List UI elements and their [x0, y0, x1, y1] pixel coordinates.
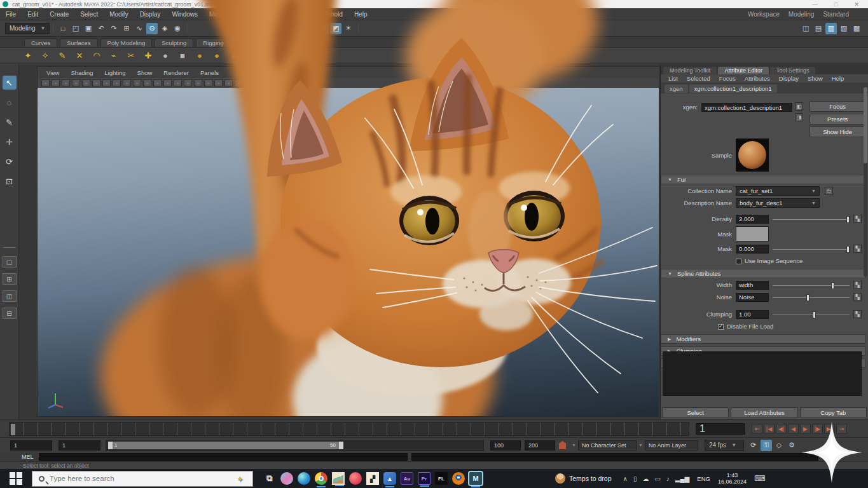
anim-layer-selector[interactable]: No Anim Layer: [645, 440, 698, 451]
animation-end-field[interactable]: 200: [525, 440, 555, 451]
ae-menu-show[interactable]: Show: [804, 75, 827, 82]
step-back-key-button[interactable]: ◀|: [776, 424, 787, 434]
four-pane-layout[interactable]: ⊞: [3, 273, 17, 285]
modeling-toolkit-toggle-icon[interactable]: ◫: [800, 23, 811, 34]
set-key-icon[interactable]: [559, 441, 566, 449]
paint-effects-icon[interactable]: ✎: [317, 23, 329, 34]
panel-menu-renderer[interactable]: Renderer: [158, 69, 194, 76]
workspace-modeling[interactable]: Modeling: [789, 11, 815, 18]
image-plane-icon[interactable]: ▫: [82, 79, 90, 86]
nurbs-sphere-icon[interactable]: ●: [159, 50, 172, 62]
ipr-render-icon[interactable]: ◑: [292, 23, 303, 34]
camera-attributes-icon[interactable]: ▫: [62, 79, 70, 86]
ae-footer-load-attributes-button[interactable]: Load Attributes: [731, 407, 797, 418]
pencil-curve-tool-icon[interactable]: ✎: [56, 50, 69, 62]
loop-toggle-icon[interactable]: ⟳: [748, 440, 759, 451]
perspective-viewport[interactable]: ViewShadingLightingShowRendererPanels ▫▫…: [37, 66, 659, 417]
map-button-icon[interactable]: ▚: [853, 245, 862, 253]
taskbar-app-maya[interactable]: M: [469, 472, 482, 485]
touch-keyboard-icon[interactable]: ⌨: [754, 474, 765, 483]
save-scene-icon[interactable]: ▣: [83, 23, 94, 34]
taskbar-app-edge[interactable]: [298, 472, 310, 485]
render-current-frame-icon[interactable]: ◔: [279, 23, 291, 34]
range-slider-track[interactable]: 1 50: [106, 440, 484, 451]
play-backwards-button[interactable]: ◀: [788, 424, 799, 434]
go-to-start-button[interactable]: ⇤: [752, 424, 762, 434]
menu-select[interactable]: Select: [74, 11, 104, 18]
ae-footer-copy-tab-button[interactable]: Copy Tab: [800, 407, 867, 418]
shelf-tab-sculpting[interactable]: Sculpting: [155, 38, 193, 47]
ae-menu-help[interactable]: Help: [828, 75, 848, 82]
range-end-handle[interactable]: [339, 442, 343, 449]
taskbar-app-game-bar[interactable]: ▞: [366, 472, 379, 485]
channel-box-toggle-icon[interactable]: ▤: [813, 23, 824, 34]
wireframe-icon[interactable]: ▫: [174, 79, 182, 86]
ae-show-hide-button[interactable]: Show Hide: [809, 126, 865, 137]
current-frame-marker[interactable]: [11, 424, 15, 435]
density-slider[interactable]: [773, 215, 850, 224]
search-box[interactable]: ✦: [32, 471, 253, 487]
screen-space-ao-icon[interactable]: ▫: [224, 79, 233, 86]
snap-to-grids-icon[interactable]: ⊞: [121, 23, 132, 34]
dock-tab-modeling-toolkit[interactable]: Modeling Toolkit: [663, 67, 717, 74]
gold-sphere-a-icon[interactable]: ●: [193, 50, 206, 62]
spline-section-header[interactable]: ▼ Spline Attributes: [661, 269, 865, 278]
menu-display[interactable]: Display: [134, 11, 167, 18]
make-live-icon[interactable]: ◉: [172, 23, 183, 34]
width-slider[interactable]: [773, 281, 850, 290]
character-set-selector[interactable]: No Character Set: [578, 440, 637, 451]
panel-menu-shading[interactable]: Shading: [65, 69, 98, 76]
collection-name-dropdown[interactable]: cat_fur_set1 ▼: [736, 186, 820, 196]
volume-icon[interactable]: ♪: [666, 475, 670, 482]
menu-edit[interactable]: Edit: [22, 11, 44, 18]
outliner-toggle-icon[interactable]: ▩: [851, 23, 862, 34]
command-input-field[interactable]: [39, 453, 408, 461]
workspace-workspace[interactable]: Workspace: [748, 11, 780, 18]
persp-graph-layout[interactable]: ⊟: [3, 308, 17, 319]
step-back-frame-button[interactable]: |◀: [764, 424, 775, 434]
taskbar-app-fl-studio[interactable]: FL: [435, 472, 448, 485]
menu-uv[interactable]: UV: [230, 11, 251, 18]
menu-mesh[interactable]: Mesh: [203, 11, 230, 18]
isolate-select-icon[interactable]: ◎: [519, 23, 530, 34]
description-name-dropdown[interactable]: body_fur_desc1 ▼: [736, 198, 820, 208]
map-button-icon[interactable]: ▚: [853, 310, 862, 318]
clamp-icon[interactable]: ◇: [773, 440, 785, 451]
material-sample-swatch[interactable]: [736, 139, 769, 172]
time-slider-ticks[interactable]: [9, 422, 689, 436]
highlight-selection-icon[interactable]: ▣: [493, 23, 505, 34]
notes-area[interactable]: [663, 351, 862, 396]
nurbs-cube-icon[interactable]: ■: [176, 50, 189, 62]
command-language-label[interactable]: MEL: [22, 454, 34, 460]
safe-action-icon[interactable]: ▫: [153, 79, 162, 86]
map-button-icon[interactable]: ▚: [853, 215, 862, 223]
go-to-end-button[interactable]: ⇥: [836, 424, 847, 434]
taskbar-app-audition[interactable]: Au: [401, 472, 413, 485]
panel-menu-panels[interactable]: Panels: [195, 69, 224, 76]
noise-slider[interactable]: [773, 293, 850, 302]
swatch-toggle-icon[interactable]: ◨: [795, 113, 803, 121]
script-editor-icon[interactable]: ▤: [822, 453, 831, 461]
workspace-standard[interactable]: Standard: [823, 11, 849, 18]
shelf-tab-curves[interactable]: Curves: [24, 38, 57, 47]
taskbar-app-photos[interactable]: [332, 472, 345, 485]
taskbar-app-paint-3d[interactable]: ▲: [383, 472, 396, 485]
shaded-icon[interactable]: ▫: [184, 79, 192, 86]
mask-field[interactable]: 0.000: [736, 245, 769, 254]
step-forward-frame-button[interactable]: ▶|: [824, 424, 835, 434]
playback-end-field[interactable]: 100: [490, 440, 521, 451]
cv-curve-tool-icon[interactable]: ✦: [22, 50, 34, 62]
persp-outliner-layout[interactable]: ◫: [3, 290, 17, 302]
taskbar-app-task-view[interactable]: ⧉: [263, 472, 276, 485]
use-all-lights-icon[interactable]: ▫: [204, 79, 212, 86]
folder-icon[interactable]: 🗀: [825, 187, 833, 195]
motion-blur-icon[interactable]: ▫: [235, 79, 243, 86]
shelf-tab-surfaces[interactable]: Surfaces: [60, 38, 98, 47]
range-slider-bar[interactable]: 1 50: [108, 442, 343, 449]
dock-tab-tool-settings[interactable]: Tool Settings: [770, 67, 816, 74]
menu-create[interactable]: Create: [44, 11, 74, 18]
ae-footer-select-button[interactable]: Select: [662, 407, 729, 418]
menu-modify[interactable]: Modify: [104, 11, 134, 18]
close-button[interactable]: ✕: [854, 1, 859, 8]
ae-focus-button[interactable]: Focus: [809, 101, 865, 112]
